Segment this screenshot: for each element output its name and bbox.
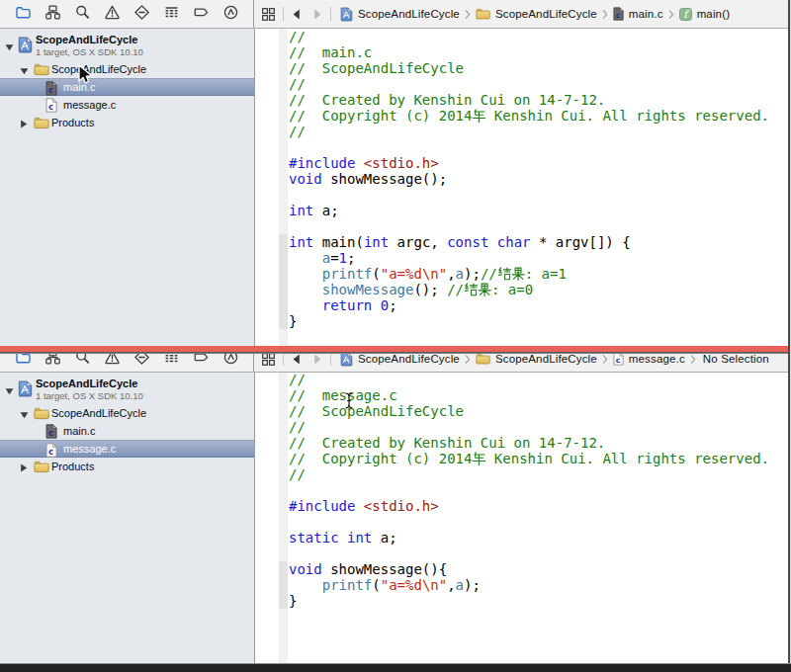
tree-row-scopeandlifecycle[interactable]: ScopeAndLifeCycle [0, 60, 254, 78]
breadcrumb-item[interactable]: ScopeAndLifeCycle [340, 7, 460, 22]
code-token: a; [372, 530, 396, 546]
related-items-icon [260, 6, 277, 23]
navigator-tab-test-navigator[interactable] [133, 6, 150, 23]
code-token: int [289, 234, 313, 250]
disclosure-triangle-icon[interactable] [20, 65, 29, 77]
breadcrumb-item[interactable]: cmain.c [613, 7, 663, 21]
file-tree: ScopeAndLifeCycle1 target, OS X SDK 10.1… [0, 31, 254, 131]
disclosure-triangle-icon[interactable] [5, 42, 14, 53]
forward-button[interactable] [311, 353, 324, 366]
code-token: * argv[]) { [531, 234, 631, 250]
code-token: , [447, 577, 455, 593]
code-token: 0 [381, 297, 389, 313]
project-subtitle: 1 target, OS X SDK 10.10 [36, 46, 143, 57]
navigator-tab-debug-navigator[interactable] [163, 6, 180, 23]
code-text[interactable]: //// message.c// ScopeAndLifeCycle//// C… [289, 372, 791, 609]
code-line: } [289, 593, 791, 609]
tree-row-message-c[interactable]: cmessage.c [0, 96, 254, 114]
code-line: // [289, 372, 791, 387]
back-button[interactable] [290, 353, 303, 366]
code-line: void showMessage(); [289, 171, 791, 187]
file-tree: ScopeAndLifeCycle1 target, OS X SDK 10.1… [0, 375, 254, 475]
breadcrumb-item[interactable]: cmessage.c [613, 352, 685, 366]
code-token: int [364, 234, 389, 250]
disclosure-triangle-icon[interactable] [20, 119, 28, 130]
code-line: #include <stdio.h> [289, 498, 791, 514]
code-token: "a=%d\n" [381, 266, 447, 282]
project-name: ScopeAndLifeCycle [36, 34, 137, 45]
forward-button[interactable] [311, 8, 324, 21]
tree-row-project[interactable]: ScopeAndLifeCycle1 target, OS X SDK 10.1… [0, 31, 254, 60]
code-line [289, 218, 791, 234]
debug-navigator-icon [163, 4, 180, 25]
breadcrumb-label: ScopeAndLifeCycle [358, 353, 460, 365]
disclosure-triangle-icon[interactable] [5, 385, 14, 397]
navigator-tab-project-navigator[interactable] [15, 6, 32, 23]
cjk-glyph [464, 282, 478, 297]
code-token: // [289, 76, 306, 92]
navigator-tab-symbol-navigator[interactable] [44, 6, 61, 23]
code-token: // [289, 124, 306, 139]
forward-arrow-icon [311, 353, 324, 366]
code-line: int a; [289, 203, 791, 218]
back-button[interactable] [290, 8, 303, 21]
code-token: argc, [389, 234, 447, 250]
disclosure-triangle-icon[interactable] [20, 462, 28, 474]
tree-row-main-c[interactable]: cmain.c [0, 422, 254, 440]
navigator-tab-search-navigator[interactable] [74, 6, 91, 23]
breadcrumb-item[interactable]: ScopeAndLifeCycle [476, 8, 597, 20]
breadcrumb-label: No Selection [703, 353, 769, 365]
cjk-glyph [478, 282, 491, 297]
code-token: } [289, 313, 297, 329]
navigator-tab-issue-navigator[interactable] [104, 6, 121, 23]
report-navigator-icon [222, 4, 239, 25]
tree-row-scopeandlifecycle[interactable]: ScopeAndLifeCycle [0, 404, 254, 422]
breadcrumb-label: ScopeAndLifeCycle [495, 8, 597, 20]
project-name: ScopeAndLifeCycle [36, 378, 137, 389]
code-token: showMessage(); [322, 171, 447, 187]
code-line: printf("a=%d\n",a); [289, 577, 791, 593]
jump-bar: ScopeAndLifeCycleScopeAndLifeCyclecmain.… [255, 0, 791, 28]
tree-row-products[interactable]: Products [0, 458, 254, 475]
code-line: // [289, 124, 791, 139]
code-token [289, 297, 322, 313]
breadcrumb-item[interactable]: ScopeAndLifeCycle [476, 353, 597, 365]
breadcrumb-chevron-icon [602, 354, 608, 365]
code-token: ); [464, 266, 481, 282]
breadcrumb-label: ScopeAndLifeCycle [358, 8, 460, 20]
breadcrumb-item[interactable]: ScopeAndLifeCycle [340, 352, 460, 367]
tree-row-products[interactable]: Products [0, 114, 254, 131]
code-token: //: a=1 [481, 266, 567, 282]
breadcrumb-item[interactable]: fmain() [679, 8, 731, 21]
breadcrumb-label: ScopeAndLifeCycle [495, 353, 597, 365]
tree-row-main-c[interactable]: cmain.c [0, 78, 254, 96]
navigator-tab-breakpoint-navigator[interactable] [193, 6, 210, 23]
code-token: // ScopeAndLifeCycle [289, 403, 464, 419]
code-token: showMessage(){ [322, 561, 447, 577]
breadcrumb-item[interactable]: No Selection [701, 353, 769, 365]
search-navigator-icon [74, 4, 91, 25]
code-token: ( [372, 266, 380, 282]
code-line: showMessage(); //: a=0 [289, 282, 791, 297]
focus-ribbon-column [279, 373, 288, 664]
svg-text:c: c [616, 356, 621, 365]
navigator-tab-report-navigator[interactable] [222, 6, 239, 23]
code-token: // ScopeAndLifeCycle [289, 60, 464, 76]
xcode-two-windows-screenshot: ScopeAndLifeCycleScopeAndLifeCyclecmain.… [0, 0, 791, 672]
code-line: return 0; [289, 297, 791, 313]
c-file-icon: c [45, 424, 57, 441]
project-navigator-panel: ScopeAndLifeCycle1 target, OS X SDK 10.1… [0, 373, 255, 664]
jumpbar-separator [283, 352, 284, 366]
code-text[interactable]: //// main.c// ScopeAndLifeCycle//// Crea… [289, 29, 791, 329]
breakpoint-navigator-icon [193, 4, 210, 25]
red-divider-shadow [0, 352, 791, 354]
svg-text:c: c [616, 11, 621, 20]
tree-row-message-c[interactable]: cmessage.c [0, 440, 254, 458]
disclosure-triangle-icon[interactable] [20, 409, 29, 421]
tree-row-label: message.c [63, 99, 116, 111]
jumpbar-separator [330, 7, 331, 21]
code-token: int [289, 203, 313, 218]
issue-navigator-icon [104, 4, 121, 25]
related-items-button[interactable] [260, 6, 277, 23]
tree-row-project[interactable]: ScopeAndLifeCycle1 target, OS X SDK 10.1… [0, 375, 254, 404]
